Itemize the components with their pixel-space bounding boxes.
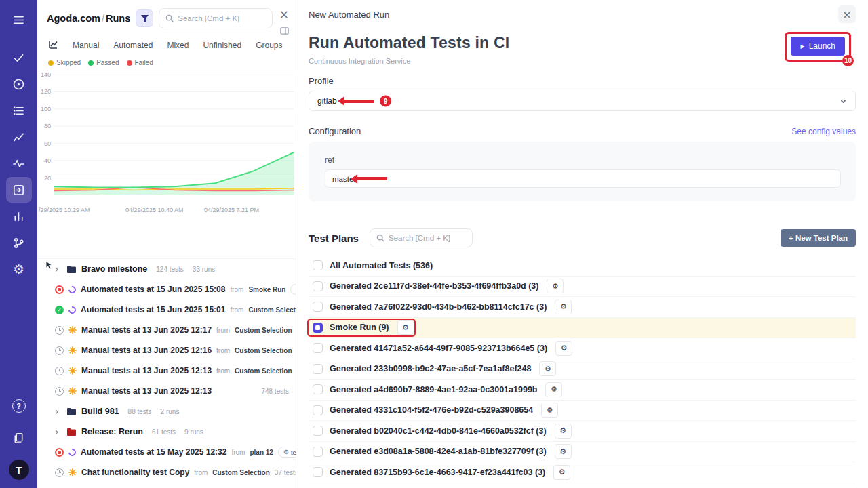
status-pending-icon [55, 468, 64, 477]
breadcrumb-page[interactable]: Runs [106, 13, 130, 24]
folder-row-bravo[interactable]: › Bravo milestone 124 tests 33 runs [37, 259, 296, 279]
checkbox[interactable] [313, 260, 323, 270]
tests-check-icon[interactable] [6, 45, 32, 70]
folder-row-build[interactable]: › Build 981 88 tests 2 runs [37, 401, 296, 422]
test-plan-row[interactable]: Generated 83715b93-6c1e-4663-9417-ef23a4… [309, 462, 856, 483]
tab-automated[interactable]: Automated [113, 41, 153, 50]
test-plan-row[interactable]: Generated b02040c1-c442-4db0-841e-4660a0… [309, 421, 856, 442]
chevron-right-icon[interactable]: › [55, 264, 62, 274]
plan-settings-button[interactable]: ⚙ [553, 465, 570, 480]
run-row[interactable]: Automated tests at 15 Jun 2025 15:08 fro… [37, 279, 296, 300]
run-row[interactable]: Automated tests at 15 May 2025 12:32 fro… [37, 442, 296, 462]
legend-passed[interactable]: Passed [88, 59, 119, 66]
test-plan-row-smoke-run[interactable]: Smoke Run (9) ⚙ [309, 318, 856, 339]
test-plan-row[interactable]: Generated 2ce11f7d-38ef-44fe-b353-4f694f… [309, 277, 856, 298]
git-branch-icon[interactable] [6, 230, 32, 256]
runs-play-icon[interactable] [6, 71, 32, 97]
test-plan-row[interactable]: Generated 41471a52-a644-49f7-9085-923713… [309, 338, 856, 359]
folder-row-release[interactable]: › Release: Rerun 61 tests 9 runs [37, 422, 296, 442]
import-export-icon[interactable] [6, 177, 32, 203]
legend-failed[interactable]: Failed [127, 59, 153, 66]
close-panel-icon[interactable]: × [279, 9, 289, 20]
chevron-right-icon[interactable]: › [55, 406, 62, 417]
tab-groups[interactable]: Groups [256, 41, 282, 50]
plan-settings-button[interactable]: ⚙ [545, 382, 562, 397]
run-row[interactable]: Manual tests at 13 Jun 2025 12:16 from C… [37, 340, 296, 361]
checkbox[interactable] [313, 467, 323, 477]
tab-mixed[interactable]: Mixed [167, 41, 189, 50]
docs-icon[interactable] [6, 425, 32, 451]
ytick: 40 [37, 157, 51, 164]
see-config-values-link[interactable]: See config values [791, 127, 856, 136]
reports-bar-chart-icon[interactable] [6, 203, 32, 229]
help-icon[interactable]: ? [6, 393, 32, 419]
run-source: Custom Selection [248, 306, 296, 314]
run-row[interactable]: Manual tests at 13 Jun 2025 12:17 from C… [37, 320, 296, 340]
gear-icon: ⚙ [559, 426, 566, 435]
runs-search-input[interactable] [178, 14, 266, 22]
test-plan-row[interactable]: Generated a4d690b7-8889-4ae1-92aa-0c3001… [309, 380, 856, 401]
ref-input[interactable] [325, 169, 841, 188]
app-root: ⚙ ? T Agoda.com/Runs × [0, 0, 868, 488]
gear-icon: ⚙ [552, 282, 559, 291]
logo-avatar[interactable]: T [9, 460, 29, 480]
close-dialog-icon[interactable]: × [838, 5, 856, 23]
runs-search[interactable] [159, 8, 273, 28]
new-test-plan-button[interactable]: + New Test Plan [781, 229, 856, 247]
menu-icon[interactable] [6, 7, 32, 33]
checkbox[interactable] [313, 447, 323, 457]
run-row[interactable]: Manual tests at 13 Jun 2025 12:13 from C… [37, 361, 296, 381]
run-row[interactable]: Automated tests at 15 Jun 2025 15:01 fro… [37, 300, 296, 320]
plan-settings-button[interactable]: ⚙ [555, 424, 572, 439]
checkbox[interactable] [313, 384, 323, 394]
plan-settings-button[interactable]: ⚙ [541, 403, 558, 418]
checkbox[interactable] [313, 343, 323, 353]
chart-view-icon[interactable] [48, 39, 58, 52]
checkbox-checked[interactable] [313, 323, 323, 333]
checkbox[interactable] [313, 302, 323, 312]
run-row[interactable]: Manual tests at 13 Jun 2025 12:13 748 te… [37, 381, 296, 401]
plan-settings-button[interactable]: ⚙ [555, 300, 572, 314]
checkbox[interactable] [313, 405, 323, 415]
legend-passed-label: Passed [96, 59, 119, 66]
test-plan-row[interactable]: Generated 7a76f022-93d0-434b-b462-bb8114… [309, 297, 856, 318]
dialog-title: New Automated Run [309, 9, 389, 20]
test-plans-search-input[interactable] [389, 234, 466, 242]
tab-unfinished[interactable]: Unfinished [203, 41, 241, 50]
chevron-right-icon[interactable]: › [55, 426, 62, 437]
settings-gear-icon[interactable]: ⚙ [6, 256, 32, 282]
test-badge[interactable]: ⚙ test [278, 447, 296, 458]
run-row[interactable]: Chat functionality test Copy from Custom… [37, 462, 296, 483]
checkbox[interactable] [313, 364, 323, 374]
plan-settings-button[interactable]: ⚙ [555, 341, 572, 356]
folder-runs-count: 2 runs [161, 408, 180, 415]
suites-list-icon[interactable] [6, 98, 32, 123]
breadcrumb-project[interactable]: Agoda.com [47, 13, 100, 24]
plan-settings-button[interactable]: ⚙ [397, 320, 414, 335]
runs-panel-header: Agoda.com/Runs [37, 0, 296, 34]
checkbox[interactable] [313, 281, 323, 291]
test-plan-row[interactable]: All Automated Tests (536) [309, 256, 856, 277]
launch-button[interactable]: ▶ Launch [791, 37, 845, 56]
tab-manual[interactable]: Manual [73, 41, 99, 50]
folder-icon [66, 428, 77, 436]
analytics-chart-icon[interactable] [6, 124, 32, 150]
manual-run-icon [68, 468, 77, 476]
plan-settings-button[interactable]: ⚙ [539, 361, 556, 376]
test-plan-row[interactable]: Generated e3d08a1a-5808-42e4-a1ab-81bfe3… [309, 442, 856, 463]
filter-button[interactable] [136, 9, 153, 27]
test-plans-search[interactable] [370, 228, 473, 247]
plan-settings-button[interactable]: ⚙ [555, 444, 572, 459]
profile-select[interactable]: gitlab 9 [309, 91, 856, 111]
test-plan-row[interactable]: Generated 233b0998-b9c2-47ae-a5cf-7ea1af… [309, 359, 856, 380]
checkbox[interactable] [313, 426, 323, 436]
test-plan-row[interactable]: Generated 4331c104-f5f2-476e-b92d-c529a3… [309, 401, 856, 422]
plan-settings-button[interactable]: ⚙ [547, 279, 564, 293]
test-plans-header: Test Plans + New Test Plan [309, 228, 856, 247]
legend-skipped[interactable]: Skipped [48, 59, 81, 66]
test-badge[interactable]: ⚙ test [290, 284, 296, 295]
pulse-activity-icon[interactable] [6, 150, 32, 176]
panel-layout-icon[interactable] [280, 26, 289, 38]
test-plan-label: Generated a4d690b7-8889-4ae1-92aa-0c3001… [330, 385, 537, 394]
manual-run-icon [68, 346, 77, 354]
